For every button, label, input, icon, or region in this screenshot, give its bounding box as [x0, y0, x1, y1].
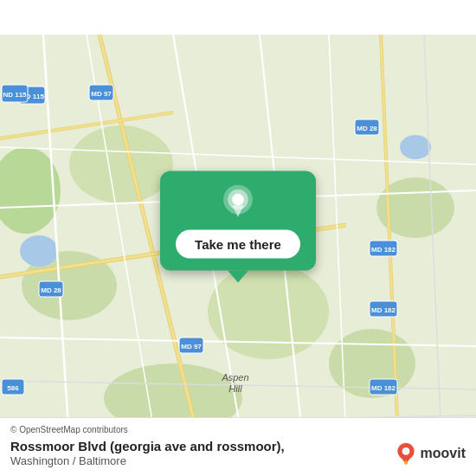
- card-pointer: [228, 271, 248, 283]
- svg-point-10: [400, 135, 431, 159]
- svg-text:MD 97: MD 97: [181, 343, 202, 351]
- moovit-brand-text: moovit: [421, 446, 466, 461]
- svg-point-6: [69, 125, 173, 203]
- svg-text:MD 182: MD 182: [371, 384, 396, 392]
- svg-text:Hill: Hill: [228, 383, 242, 394]
- info-bar: © OpenStreetMap contributors Rossmoor Bl…: [0, 417, 476, 477]
- moovit-logo: moovit: [394, 441, 466, 466]
- svg-point-59: [403, 460, 407, 464]
- svg-point-57: [402, 447, 409, 455]
- svg-text:586: 586: [7, 384, 19, 392]
- svg-text:MD 28: MD 28: [41, 286, 61, 294]
- svg-point-54: [232, 194, 244, 206]
- svg-text:MD 182: MD 182: [371, 306, 396, 314]
- svg-text:MD 182: MD 182: [371, 246, 396, 254]
- svg-text:MD 97: MD 97: [91, 90, 112, 98]
- svg-text:Aspen: Aspen: [221, 372, 248, 383]
- popup-container: Take me there: [160, 171, 316, 283]
- svg-text:MD 28: MD 28: [357, 125, 377, 132]
- attribution-text: © OpenStreetMap contributors: [10, 425, 466, 434]
- map-container: MD 115 ND 115 MD 97 MD 28 MD 28 MD 97 MD…: [0, 0, 476, 476]
- green-card: Take me there: [160, 171, 316, 271]
- moovit-logo-icon: [394, 441, 418, 466]
- take-me-there-button[interactable]: Take me there: [176, 230, 300, 259]
- location-pin-icon: [219, 185, 257, 223]
- svg-text:ND 115: ND 115: [3, 91, 27, 99]
- svg-point-9: [20, 235, 58, 267]
